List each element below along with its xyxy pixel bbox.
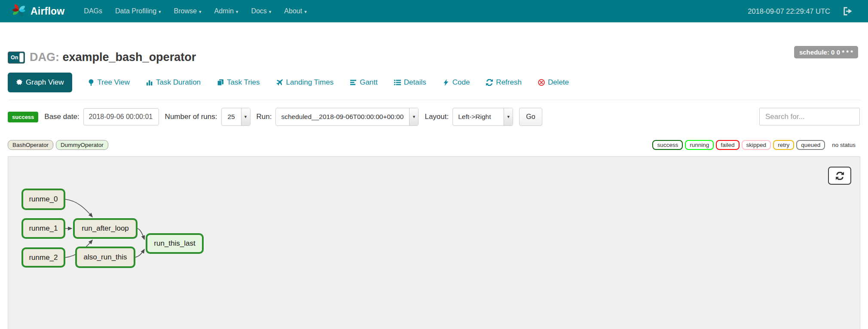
tab-delete[interactable]: Delete bbox=[537, 73, 570, 92]
brand-name: Airflow bbox=[31, 6, 64, 17]
plane-icon bbox=[276, 79, 283, 86]
logout-icon[interactable] bbox=[843, 6, 853, 16]
chevron-down-icon: ▾ bbox=[159, 9, 161, 15]
nav-item-dags[interactable]: DAGs bbox=[77, 7, 109, 15]
tab-label: Refresh bbox=[496, 78, 522, 87]
tab-task-tries[interactable]: Task Tries bbox=[216, 73, 261, 92]
utc-clock: 2018-09-07 22:29:47 UTC bbox=[748, 7, 830, 15]
chevron-down-icon: ▾ bbox=[199, 9, 202, 15]
chevron-down-icon: ▼ bbox=[504, 108, 513, 125]
operator-legend: BashOperatorDummyOperator bbox=[8, 140, 108, 150]
graph-node-also-run-this[interactable]: also_run_this bbox=[75, 247, 135, 268]
filter-bar: success Base date: Number of runs: 25 ▼ … bbox=[8, 108, 860, 126]
base-date-label: Base date: bbox=[44, 113, 79, 121]
nav-item-admin[interactable]: Admin▾ bbox=[208, 7, 245, 15]
page-title: DAG: example_bash_operator bbox=[30, 51, 196, 64]
dagrun-status-badge: success bbox=[8, 112, 38, 122]
go-button[interactable]: Go bbox=[519, 108, 542, 126]
status-pill-no-status: no status bbox=[827, 140, 860, 150]
refresh-icon bbox=[486, 79, 493, 86]
dag-prefix: DAG: bbox=[30, 51, 59, 64]
dag-graph-canvas: runme_0runme_1runme_2run_after_loopalso_… bbox=[8, 156, 860, 329]
chevron-down-icon: ▼ bbox=[241, 108, 250, 125]
tab-label: Tree View bbox=[98, 78, 130, 87]
tab-label: Gantt bbox=[360, 78, 378, 87]
tab-label: Delete bbox=[548, 78, 569, 87]
run-label: Run: bbox=[257, 113, 272, 121]
graph-refresh-button[interactable] bbox=[828, 167, 851, 185]
tab-label: Graph View bbox=[26, 78, 64, 87]
run-value: scheduled__2018-09-06T00:00:00+00:00 bbox=[276, 108, 409, 125]
tab-tree-view[interactable]: Tree View bbox=[87, 73, 131, 92]
tab-details[interactable]: Details bbox=[393, 73, 427, 92]
delete-icon bbox=[538, 79, 545, 86]
nav-item-docs[interactable]: Docs▾ bbox=[245, 7, 278, 15]
status-pill-running: running bbox=[685, 140, 714, 150]
status-pill-failed: failed bbox=[716, 140, 739, 150]
dag-name: example_bash_operator bbox=[63, 51, 196, 64]
nav-item-about[interactable]: About▾ bbox=[278, 7, 313, 15]
schedule-badge: schedule: 0 0 * * * bbox=[794, 46, 858, 58]
divider bbox=[8, 100, 860, 100]
copy-icon bbox=[217, 79, 224, 86]
nav-item-browse[interactable]: Browse▾ bbox=[168, 7, 208, 15]
list-icon bbox=[394, 79, 401, 86]
tab-label: Landing Times bbox=[286, 78, 334, 87]
sunburst-icon bbox=[16, 79, 23, 86]
nav-item-data-profiling[interactable]: Data Profiling▾ bbox=[109, 7, 168, 15]
dag-edge-also-run-this-to-run-this-last bbox=[135, 249, 144, 257]
bolt-icon bbox=[443, 79, 449, 86]
tab-refresh[interactable]: Refresh bbox=[485, 73, 523, 92]
toggle-knob bbox=[19, 53, 24, 62]
num-runs-label: Number of runs: bbox=[165, 113, 217, 121]
run-select[interactable]: scheduled__2018-09-06T00:00:00+00:00 ▼ bbox=[275, 108, 419, 126]
navbar: Airflow DAGsData Profiling▾Browse▾Admin▾… bbox=[0, 0, 868, 22]
layout-value: Left->Right bbox=[453, 108, 504, 125]
airflow-brand[interactable]: Airflow bbox=[11, 3, 64, 20]
chevron-down-icon: ▾ bbox=[269, 9, 272, 15]
dag-edges bbox=[8, 157, 860, 329]
graph-node-run-after-loop[interactable]: run_after_loop bbox=[73, 218, 138, 239]
dag-pause-toggle[interactable]: On bbox=[8, 52, 25, 64]
tab-label: Code bbox=[452, 78, 470, 87]
status-pill-queued: queued bbox=[796, 140, 825, 150]
tab-label: Details bbox=[404, 78, 426, 87]
airflow-pinwheel-icon bbox=[11, 3, 27, 20]
tab-label: Task Tries bbox=[227, 78, 260, 87]
operator-pill-dummyoperator: DummyOperator bbox=[56, 140, 108, 150]
toggle-on-label: On bbox=[11, 55, 18, 61]
layout-select[interactable]: Left->Right ▼ bbox=[452, 108, 513, 126]
status-pill-skipped: skipped bbox=[742, 140, 771, 150]
chevron-down-icon: ▼ bbox=[409, 108, 418, 125]
status-pill-retry: retry bbox=[773, 140, 794, 150]
status-pill-success: success bbox=[652, 140, 683, 150]
view-tabs: Graph ViewTree ViewTask DurationTask Tri… bbox=[8, 73, 860, 92]
operator-pill-bashoperator: BashOperator bbox=[8, 140, 53, 150]
search-input[interactable] bbox=[759, 108, 860, 125]
tab-landing-times[interactable]: Landing Times bbox=[275, 73, 335, 92]
graph-node-runme-2[interactable]: runme_2 bbox=[21, 247, 65, 268]
tree-icon bbox=[88, 79, 95, 86]
legend-row: BashOperatorDummyOperator successrunning… bbox=[8, 140, 860, 150]
status-legend: successrunningfailedskippedretryqueuedno… bbox=[652, 140, 860, 150]
num-runs-value: 25 bbox=[222, 108, 241, 125]
graph-node-runme-1[interactable]: runme_1 bbox=[21, 218, 65, 239]
dag-edge-runme-0-to-run-after-loop bbox=[65, 199, 92, 217]
bar-chart-icon bbox=[146, 79, 153, 86]
chevron-down-icon: ▾ bbox=[236, 9, 238, 15]
align-left-icon bbox=[350, 79, 357, 86]
tab-gantt[interactable]: Gantt bbox=[349, 73, 379, 92]
dag-title-row: On DAG: example_bash_operator bbox=[8, 22, 860, 64]
dag-edge-run-after-loop-to-run-this-last bbox=[138, 228, 144, 239]
tab-label: Task Duration bbox=[156, 78, 201, 87]
tab-code[interactable]: Code bbox=[442, 73, 471, 92]
graph-node-runme-0[interactable]: runme_0 bbox=[21, 189, 65, 210]
num-runs-select[interactable]: 25 ▼ bbox=[221, 108, 251, 126]
tab-graph-view[interactable]: Graph View bbox=[8, 73, 72, 92]
tab-task-duration[interactable]: Task Duration bbox=[145, 73, 202, 92]
nav-menu: DAGsData Profiling▾Browse▾Admin▾Docs▾Abo… bbox=[77, 7, 313, 15]
chevron-down-icon: ▾ bbox=[304, 9, 307, 15]
graph-node-run-this-last[interactable]: run_this_last bbox=[146, 233, 204, 254]
base-date-input[interactable] bbox=[83, 108, 159, 125]
layout-label: Layout: bbox=[425, 113, 449, 121]
